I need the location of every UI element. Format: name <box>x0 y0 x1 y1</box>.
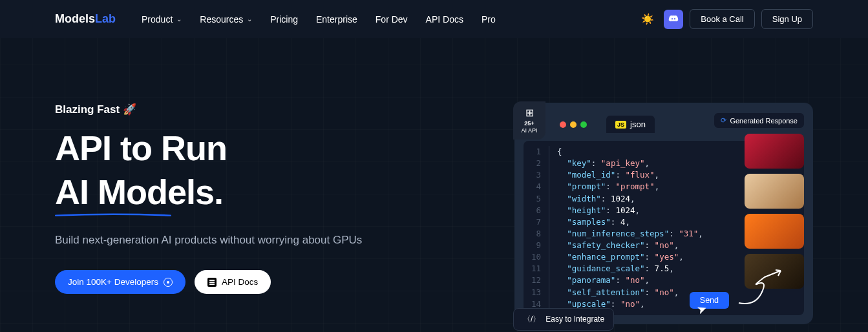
theme-toggle[interactable]: ☀️ <box>638 10 657 29</box>
line-numbers: 1234567891011121314 <box>531 146 549 310</box>
nav-right: ☀️ Book a Call Sign Up <box>638 9 813 29</box>
discord-icon <box>668 14 679 25</box>
logo[interactable]: ModelsLab <box>55 12 116 26</box>
signup-button[interactable]: Sign Up <box>761 9 813 29</box>
grid-icon: ⊞ <box>518 107 540 119</box>
thumbnail-2[interactable] <box>745 174 804 209</box>
nav-apidocs[interactable]: API Docs <box>426 14 463 25</box>
thumbnail-3[interactable] <box>745 214 804 249</box>
window-dots <box>560 121 587 128</box>
logo-text-b: Lab <box>95 12 116 25</box>
nav-fordev[interactable]: For Dev <box>376 14 408 25</box>
hero-title-line1: API to Run <box>55 128 489 168</box>
underline-decoration <box>55 213 171 217</box>
nav-enterprise[interactable]: Enterprise <box>316 14 357 25</box>
thumbnail-1[interactable] <box>745 134 804 169</box>
curly-arrow-decoration <box>736 267 794 306</box>
nav-pro[interactable]: Pro <box>482 14 496 25</box>
chevron-down-icon: ⌄ <box>176 16 182 23</box>
hero-title-line2: AI Models. <box>55 172 223 212</box>
api-count-badge: ⊞ 25+ AI API <box>513 101 545 140</box>
circle-arrow-icon <box>164 278 173 287</box>
code-panel: ⟳ Generated Response JS json 12345678910… <box>514 103 813 324</box>
book-call-button[interactable]: Book a Call <box>690 9 754 29</box>
document-icon <box>207 278 217 287</box>
nav-items: Product⌄ Resources⌄ Pricing Enterprise F… <box>142 14 496 25</box>
top-nav: ModelsLab Product⌄ Resources⌄ Pricing En… <box>0 0 868 38</box>
nav-resources[interactable]: Resources⌄ <box>200 14 252 25</box>
cta-row: Join 100K+ Developers API Docs <box>55 270 489 294</box>
refresh-icon: ⟳ <box>721 116 726 125</box>
api-docs-button[interactable]: API Docs <box>195 270 271 294</box>
join-developers-button[interactable]: Join 100K+ Developers <box>55 270 185 294</box>
blazing-label: Blazing Fast 🚀 <box>55 103 489 116</box>
hero-subtitle: Build next-generation AI products withou… <box>55 234 489 247</box>
code-panel-wrap: ⊞ 25+ AI API ⟳ Generated Response JS jso… <box>514 103 813 324</box>
hero-left: Blazing Fast 🚀 API to Run AI Models. Bui… <box>55 103 489 324</box>
hero: Blazing Fast 🚀 API to Run AI Models. Bui… <box>0 38 868 324</box>
code-tab[interactable]: JS json <box>606 116 655 133</box>
discord-button[interactable] <box>664 10 683 29</box>
js-badge-icon: JS <box>615 121 626 129</box>
code-brackets-icon: 〈/〉 <box>523 314 540 325</box>
easy-integrate-badge: 〈/〉 Easy to Integrate <box>513 308 614 331</box>
nav-product[interactable]: Product⌄ <box>142 14 182 25</box>
logo-text-a: Models <box>55 12 95 25</box>
generated-thumbnails <box>745 134 804 289</box>
generated-response-badge: ⟳ Generated Response <box>714 113 804 128</box>
nav-pricing[interactable]: Pricing <box>270 14 298 25</box>
chevron-down-icon: ⌄ <box>247 16 252 23</box>
